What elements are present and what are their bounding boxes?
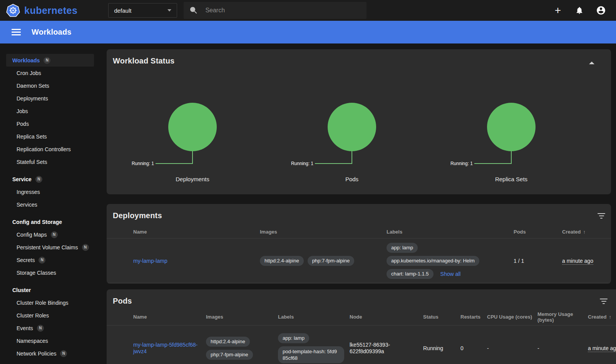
workload-status-title: Workload Status — [113, 57, 174, 65]
label-chip: app: lamp — [278, 333, 309, 343]
show-all-labels-link[interactable]: Show all — [440, 271, 461, 277]
cpu-usage: - — [487, 345, 537, 351]
image-chip: httpd:2.4-alpine — [206, 337, 250, 347]
pie-slice-running[interactable] — [168, 103, 217, 151]
sidebar-item-ingresses[interactable]: Ingresses — [6, 185, 94, 198]
pods-card: Pods Name Images Labels Node Status Rest… — [107, 289, 616, 364]
memory-usage: - — [537, 345, 588, 351]
hamburger-icon — [12, 29, 21, 30]
sidebar-item-stateful-sets[interactable]: Stateful Sets — [6, 155, 94, 168]
create-resource-button[interactable]: + — [551, 4, 564, 17]
top-header: kubernetes default + — [0, 0, 616, 21]
column-header-status[interactable]: Status — [423, 314, 460, 320]
sidebar-item-cluster-role-bindings[interactable]: Cluster Role Bindings — [6, 296, 94, 309]
notifications-button[interactable] — [573, 4, 586, 17]
sidebar-item-deployments[interactable]: Deployments — [6, 92, 94, 105]
chart-label: Running: 1 — [450, 161, 473, 166]
sort-ascending-icon: ↑ — [609, 314, 611, 320]
sidebar-item-events[interactable]: Events N — [6, 322, 94, 334]
deployment-name-link[interactable]: my-lamp-lamp — [133, 258, 167, 264]
table-row: my-lamp-lamp httpd:2.4-alpine php:7-fpm-… — [107, 239, 611, 283]
sidebar-item-workloads[interactable]: Workloads N — [6, 54, 94, 67]
column-header-node[interactable]: Node — [350, 314, 423, 320]
page-title: Workloads — [32, 28, 72, 37]
new-badge: N — [38, 257, 45, 264]
brand-title: kubernetes — [24, 5, 77, 16]
column-header-memory[interactable]: Memory Usage (bytes) — [537, 311, 588, 323]
deployments-table-header: Name Images Labels Pods Created↑ — [107, 225, 611, 239]
created-relative-time[interactable]: a minute ago — [562, 258, 593, 265]
sidebar-item-cluster[interactable]: Cluster — [6, 284, 94, 296]
column-header-pods[interactable]: Pods — [514, 229, 562, 235]
table-row: my-lamp-lamp-5fd985cf68-jwvz4 httpd:2.4-… — [107, 326, 616, 364]
sidebar-item-network-policies[interactable]: Network Policies N — [6, 347, 94, 360]
chart-title: Pods — [294, 176, 410, 182]
sidebar-nav: Workloads N Cron Jobs Daemon Sets Deploy… — [0, 43, 100, 364]
namespace-selector[interactable]: default — [108, 3, 177, 18]
pie-slice-running[interactable] — [487, 103, 536, 151]
new-badge: N — [51, 231, 58, 238]
sidebar-item-secrets[interactable]: Secrets N — [6, 254, 94, 266]
sidebar-item-service[interactable]: Service N — [6, 173, 94, 185]
sidebar-item-persistent-volume-claims[interactable]: Persistent Volume Claims N — [6, 241, 94, 254]
new-badge: N — [37, 325, 44, 332]
plus-icon: + — [555, 5, 561, 16]
new-badge: N — [35, 176, 42, 183]
search-icon — [189, 6, 198, 15]
menu-button[interactable] — [8, 25, 25, 40]
pod-status: Running — [423, 345, 460, 351]
sidebar-item-cluster-roles[interactable]: Cluster Roles — [6, 309, 94, 322]
pie-slice-running[interactable] — [328, 103, 376, 151]
column-header-name[interactable]: Name — [133, 229, 260, 235]
kubernetes-logo-link[interactable]: kubernetes — [6, 3, 77, 17]
app-bar: Workloads — [0, 21, 616, 43]
search-input[interactable] — [205, 7, 361, 14]
image-chip: httpd:2.4-alpine — [260, 256, 304, 266]
created-relative-time[interactable]: a minute ago — [588, 345, 616, 352]
sidebar-item-pods[interactable]: Pods — [6, 117, 94, 130]
column-header-labels[interactable]: Labels — [278, 314, 350, 320]
sidebar-item-replication-controllers[interactable]: Replication Controllers — [6, 143, 94, 155]
column-header-images[interactable]: Images — [206, 314, 278, 320]
column-header-created[interactable]: Created↑ — [588, 314, 616, 320]
node-name: lke55127-86393-622f8d09399a — [350, 342, 419, 355]
sidebar-item-storage-classes[interactable]: Storage Classes — [6, 266, 94, 279]
pods-title: Pods — [113, 297, 132, 306]
filter-icon[interactable] — [597, 213, 606, 219]
label-chip: app.kubernetes.io/managed-by: Helm — [387, 256, 479, 266]
pod-name-link[interactable]: my-lamp-lamp-5fd985cf68-jwvz4 — [133, 342, 198, 354]
sort-ascending-icon: ↑ — [583, 229, 586, 235]
sidebar-item-jobs[interactable]: Jobs — [6, 105, 94, 117]
column-header-name[interactable]: Name — [133, 314, 206, 320]
main-content: Workload Status Running: 1 Deployments R… — [100, 43, 616, 364]
sidebar-item-services[interactable]: Services — [6, 198, 94, 211]
sidebar-item-replica-sets[interactable]: Replica Sets — [6, 130, 94, 143]
column-header-cpu[interactable]: CPU Usage (cores) — [487, 314, 537, 320]
search-bar — [184, 2, 367, 19]
column-header-labels[interactable]: Labels — [387, 229, 514, 235]
filter-icon[interactable] — [599, 299, 608, 304]
chart-label: Running: 1 — [291, 161, 313, 166]
sidebar-item-config-maps[interactable]: Config Maps N — [6, 228, 94, 241]
label-chip: chart: lamp-1.1.5 — [387, 269, 434, 279]
column-header-images[interactable]: Images — [260, 229, 387, 235]
collapse-card-button[interactable] — [588, 60, 596, 66]
replica-sets-status-chart: Running: 1 Replica Sets — [454, 103, 569, 193]
chart-label: Running: 1 — [132, 161, 154, 166]
sidebar-item-cron-jobs[interactable]: Cron Jobs — [6, 67, 94, 79]
workload-status-card: Workload Status Running: 1 Deployments R… — [107, 49, 611, 194]
pods-table-header: Name Images Labels Node Status Restarts … — [107, 309, 616, 326]
account-button[interactable] — [594, 4, 608, 17]
sidebar-item-config-and-storage[interactable]: Config and Storage — [6, 215, 94, 228]
sidebar-item-namespaces[interactable]: Namespaces — [6, 334, 94, 347]
new-badge: N — [44, 57, 50, 64]
label-chip: app: lamp — [387, 243, 418, 253]
deployments-status-chart: Running: 1 Deployments — [135, 103, 250, 193]
column-header-restarts[interactable]: Restarts — [460, 314, 487, 320]
deployments-title: Deployments — [113, 211, 162, 220]
label-chip: pod-template-hash: 5fd985cf68 — [278, 346, 344, 363]
column-header-created[interactable]: Created↑ — [562, 229, 611, 235]
chevron-up-icon — [589, 62, 594, 64]
sidebar-item-daemon-sets[interactable]: Daemon Sets — [6, 79, 94, 92]
image-chip: php:7-fpm-alpine — [308, 256, 355, 266]
